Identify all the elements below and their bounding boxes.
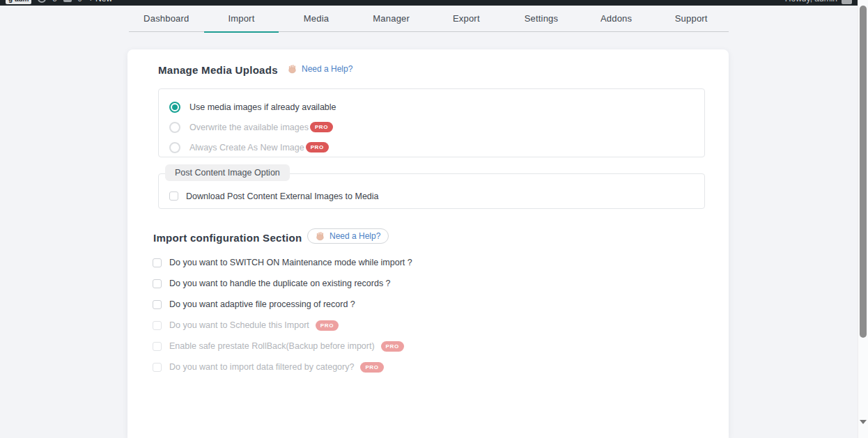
option-label: Do you want to import data filtered by c… — [169, 362, 354, 372]
radio-row-use-media[interactable]: Use media images if already available — [159, 97, 704, 117]
option-label: Do you want to Schedule this Import — [169, 320, 309, 330]
updates-icon[interactable] — [38, 0, 46, 3]
checkbox[interactable] — [153, 279, 162, 288]
tab-dashboard[interactable]: Dashboard — [129, 6, 204, 31]
radio-selected-icon[interactable] — [169, 102, 180, 113]
pro-badge: PRO — [306, 142, 329, 152]
option-safe-rollback[interactable]: Enable safe prestate RollBack(Backup bef… — [153, 336, 412, 357]
option-adaptive-processing[interactable]: Do you want adaptive file processing of … — [153, 294, 412, 315]
option-label: Do you want adaptive file processing of … — [169, 299, 355, 309]
tab-addons[interactable]: Addons — [579, 6, 654, 31]
checkbox[interactable] — [153, 363, 162, 372]
comments-icon[interactable] — [63, 0, 72, 2]
option-label: Do you want to handle the duplicate on e… — [169, 279, 391, 288]
media-help-label: Need a Help? — [302, 64, 352, 74]
plugin-nav: Dashboard Import Media Manager Export Se… — [129, 6, 729, 32]
pro-badge: PRO — [316, 320, 339, 331]
pro-badge: PRO — [381, 341, 404, 352]
option-handle-duplicate[interactable]: Do you want to handle the duplicate on e… — [153, 273, 412, 294]
settings-card: Manage Media Uploads Need a Help? Use me… — [127, 49, 729, 438]
tab-manager[interactable]: Manager — [354, 6, 429, 31]
import-config-help-button[interactable]: Need a Help? — [307, 228, 389, 244]
hand-icon — [316, 231, 325, 241]
radio-unselected-icon[interactable] — [169, 122, 180, 133]
radio-label: Overwrite the available images — [189, 123, 309, 132]
radio-row-create-new[interactable]: Always Create As New Image PRO — [159, 137, 704, 157]
media-section-title: Manage Media Uploads — [158, 64, 278, 76]
comments-count: 0 — [78, 0, 82, 3]
download-external-images-label: Download Post Content External Images to… — [186, 191, 379, 201]
howdy-label[interactable]: Howdy, admin — [785, 0, 837, 3]
post-content-legend: Post Content Image Option — [165, 164, 290, 181]
option-label: Enable safe prestate RollBack(Backup bef… — [169, 341, 375, 351]
checkbox[interactable] — [153, 300, 162, 309]
tab-import[interactable]: Import — [204, 6, 279, 31]
checkbox[interactable] — [153, 321, 162, 330]
hand-icon — [288, 64, 297, 74]
pro-badge: PRO — [360, 362, 383, 373]
radio-label: Always Create As New Image — [189, 143, 304, 152]
scrollbar-down-arrow-icon[interactable] — [860, 420, 867, 424]
import-config-title: Import configuration Section — [153, 232, 302, 244]
option-filter-by-category[interactable]: Do you want to import data filtered by c… — [153, 357, 412, 377]
site-name-fragment[interactable]: g adm — [6, 0, 31, 4]
media-help-link[interactable]: Need a Help? — [288, 64, 352, 74]
option-label: Do you want to SWITCH ON Maintenance mod… — [169, 258, 412, 267]
download-external-images-checkbox[interactable] — [169, 191, 178, 201]
new-menu[interactable]: + New — [88, 0, 112, 3]
radio-unselected-icon[interactable] — [169, 142, 180, 153]
tab-settings[interactable]: Settings — [504, 6, 579, 31]
import-config-help-label: Need a Help? — [330, 231, 380, 241]
media-radio-group: Use media images if already available Ov… — [158, 88, 705, 157]
option-maintenance-mode[interactable]: Do you want to SWITCH ON Maintenance mod… — [153, 252, 412, 273]
scrollbar[interactable] — [858, 0, 868, 438]
updates-count: 3 — [52, 0, 56, 3]
post-content-image-option: Post Content Image Option Download Post … — [158, 164, 705, 209]
option-schedule-import[interactable]: Do you want to Schedule this Import PRO — [153, 315, 412, 336]
avatar[interactable] — [842, 0, 852, 4]
radio-row-overwrite[interactable]: Overwrite the available images PRO — [159, 117, 704, 137]
pro-badge: PRO — [310, 122, 333, 132]
tab-support[interactable]: Support — [653, 6, 729, 31]
tab-export[interactable]: Export — [429, 6, 504, 31]
import-options-list: Do you want to SWITCH ON Maintenance mod… — [153, 252, 412, 377]
radio-label: Use media images if already available — [189, 102, 336, 112]
admin-bar: g adm 3 0 + New Howdy, admin — [0, 0, 858, 6]
checkbox[interactable] — [153, 258, 162, 267]
tab-media[interactable]: Media — [279, 6, 354, 31]
scrollbar-thumb[interactable] — [860, 6, 867, 338]
checkbox[interactable] — [153, 342, 162, 351]
